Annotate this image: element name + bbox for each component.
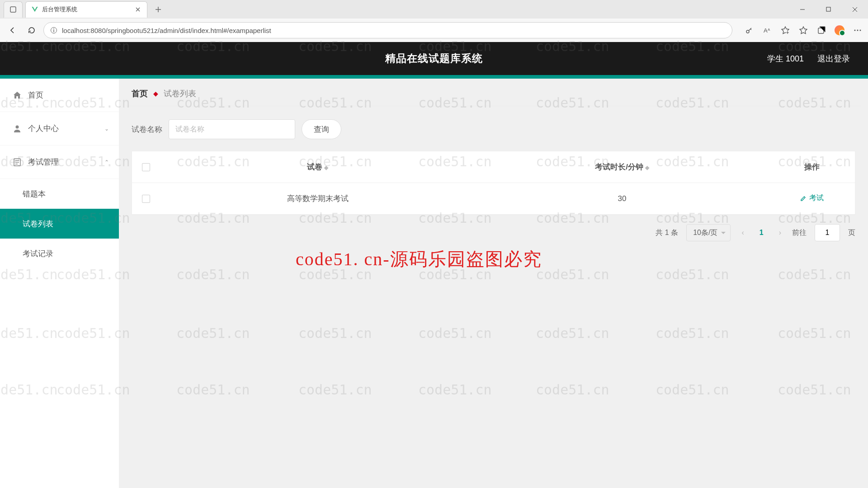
pagination: 共 1 条 10条/页 ‹ 1 › 前往 页 [126, 224, 855, 241]
app-title: 精品在线试题库系统 [385, 52, 483, 66]
sidebar-sub-label: 试卷列表 [23, 219, 53, 229]
svg-point-9 [854, 30, 856, 31]
cell-duration: 30 [475, 194, 769, 203]
sidebar-label-exam: 考试管理 [28, 157, 59, 167]
breadcrumb-separator-icon: ◆ [153, 90, 158, 97]
app: 精品在线试题库系统 学生 1001 退出登录 首页 个人中心 ⌄ 考试管理 ⌃ … [0, 42, 868, 488]
window-controls [789, 0, 868, 19]
goto-label: 前往 [792, 228, 807, 238]
row-checkbox-cell [132, 195, 160, 203]
sort-icon: ◆ [645, 164, 649, 171]
search-button[interactable]: 查询 [302, 119, 341, 139]
search-label: 试卷名称 [132, 124, 162, 135]
url-box[interactable]: localhost:8080/springbootu521z/admin/dis… [43, 22, 732, 38]
close-icon [852, 7, 858, 12]
address-bar-icons: AA [744, 25, 863, 35]
cell-op: 考试 [769, 193, 855, 204]
home-icon [13, 91, 22, 100]
plus-icon [155, 6, 162, 13]
sidebar-sub-record[interactable]: 考试记录 [0, 239, 119, 268]
edit-icon [800, 195, 807, 202]
svg-point-3 [53, 28, 54, 29]
refresh-button[interactable] [24, 23, 39, 38]
svg-point-12 [16, 125, 19, 128]
svg-point-11 [860, 30, 861, 31]
col-header-duration[interactable]: 考试时长/分钟◆ [475, 162, 769, 172]
breadcrumb-home[interactable]: 首页 [132, 88, 148, 99]
sidebar-label-home: 首页 [28, 90, 43, 100]
svg-point-10 [857, 30, 859, 31]
new-tab-button[interactable] [152, 3, 165, 16]
svg-text:A: A [764, 27, 768, 34]
pagination-total: 共 1 条 [656, 228, 678, 238]
checkbox-all[interactable] [142, 163, 150, 171]
favorites-icon[interactable] [798, 25, 808, 35]
prev-page-button[interactable]: ‹ [739, 229, 746, 237]
table-row: 高等数学期末考试 30 考试 [132, 183, 855, 215]
col-header-name[interactable]: 试卷◆ [160, 162, 475, 172]
sidebar-item-home[interactable]: 首页 [0, 79, 119, 112]
minimize-icon [800, 7, 805, 12]
user-icon [13, 124, 22, 133]
info-icon [50, 27, 57, 34]
main-panel: 首页 ◆ 试卷列表 试卷名称 查询 试卷◆ 考试时长/分钟◆ 操作 高等数学期末 [119, 79, 868, 488]
refresh-icon [28, 26, 36, 34]
collections-icon[interactable] [816, 25, 826, 35]
sidebar-item-profile[interactable]: 个人中心 ⌄ [0, 112, 119, 145]
accent-strip [0, 75, 868, 79]
tab-title: 后台管理系统 [42, 5, 134, 14]
tab-overview-button[interactable] [4, 1, 23, 18]
svg-rect-1 [826, 7, 830, 11]
op-label: 考试 [809, 193, 824, 203]
arrow-left-icon [9, 26, 17, 34]
goto-input[interactable] [815, 224, 840, 241]
browser-tab[interactable]: 后台管理系统 [25, 1, 147, 18]
breadcrumb-current: 试卷列表 [164, 88, 196, 99]
col-checkbox [132, 163, 160, 171]
sidebar-sub-wrongbook[interactable]: 错题本 [0, 179, 119, 209]
star-add-icon[interactable] [780, 25, 790, 35]
current-page[interactable]: 1 [755, 229, 768, 237]
tab-bar: 后台管理系统 [0, 0, 868, 19]
sidebar: 首页 个人中心 ⌄ 考试管理 ⌃ 错题本 试卷列表 考试记录 [0, 79, 119, 488]
sidebar-sub-label: 错题本 [23, 189, 46, 199]
table-header: 试卷◆ 考试时长/分钟◆ 操作 [132, 151, 855, 183]
search-input[interactable] [169, 119, 295, 139]
address-bar: localhost:8080/springbootu521z/admin/dis… [0, 19, 868, 42]
maximize-button[interactable] [816, 0, 842, 19]
current-user: 学生 1001 [767, 53, 804, 64]
row-checkbox[interactable] [142, 195, 150, 203]
profile-avatar[interactable] [835, 25, 844, 35]
close-icon[interactable] [134, 6, 142, 13]
more-icon[interactable] [853, 25, 863, 35]
sidebar-sub-paperlist[interactable]: 试卷列表 [0, 209, 119, 239]
sidebar-label-profile: 个人中心 [28, 123, 59, 134]
minimize-button[interactable] [789, 0, 816, 19]
col-header-op: 操作 [769, 162, 855, 172]
banner-right: 学生 1001 退出登录 [767, 53, 850, 64]
breadcrumb: 首页 ◆ 试卷列表 [126, 81, 861, 107]
vue-favicon [31, 6, 38, 13]
url-text: localhost:8080/springbootu521z/admin/dis… [62, 27, 271, 34]
key-icon[interactable] [744, 25, 754, 35]
exam-icon [13, 158, 22, 167]
search-row: 试卷名称 查询 [126, 119, 861, 139]
sidebar-item-exam[interactable]: 考试管理 ⌃ [0, 145, 119, 179]
svg-rect-0 [10, 7, 16, 12]
maximize-icon [826, 7, 831, 12]
sort-icon: ◆ [324, 164, 328, 171]
goto-unit: 页 [848, 228, 855, 238]
back-button[interactable] [5, 23, 20, 38]
logout-link[interactable]: 退出登录 [817, 53, 850, 64]
tab-overview-icon [9, 6, 17, 13]
chevron-up-icon: ⌃ [104, 159, 109, 165]
exam-table: 试卷◆ 考试时长/分钟◆ 操作 高等数学期末考试 30 考试 [132, 151, 855, 215]
svg-text:A: A [768, 28, 770, 32]
app-banner: 精品在线试题库系统 学生 1001 退出登录 [0, 42, 868, 75]
page-size-select[interactable]: 10条/页 [686, 224, 731, 241]
next-page-button[interactable]: › [776, 229, 784, 237]
take-exam-link[interactable]: 考试 [800, 193, 824, 203]
close-window-button[interactable] [842, 0, 868, 19]
text-size-icon[interactable]: AA [762, 25, 772, 35]
chevron-down-icon: ⌄ [104, 126, 109, 132]
